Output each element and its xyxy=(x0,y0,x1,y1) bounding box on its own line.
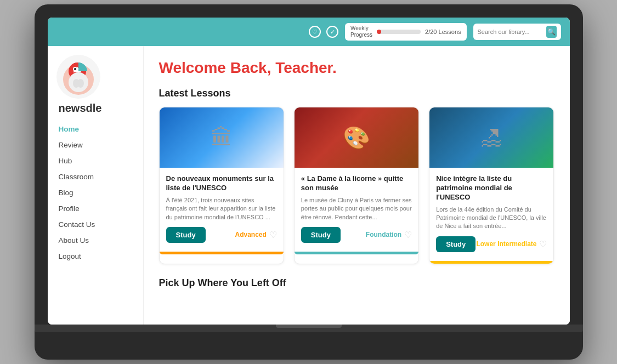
laptop-notch xyxy=(276,325,342,328)
card-title-3: Nice intègre la liste du patrimoine mond… xyxy=(436,174,547,202)
svg-point-4 xyxy=(74,68,76,70)
card-bottom-bar-1 xyxy=(160,252,284,254)
sidebar-item-logout[interactable]: Logout xyxy=(48,248,143,264)
study-button-3[interactable]: Study xyxy=(436,236,476,252)
progress-bar-fill xyxy=(377,30,381,34)
progress-count: 2/20 Lessons xyxy=(425,29,461,35)
card-actions-1: Study Advanced ♡ xyxy=(166,227,277,243)
card-image-3 xyxy=(429,107,553,168)
heart-icon-3[interactable]: ♡ xyxy=(539,239,547,249)
sidebar-item-about-us[interactable]: About Us xyxy=(48,232,143,248)
lesson-card-1: De nouveaux monuments sur la liste de l'… xyxy=(159,107,284,264)
study-button-1[interactable]: Study xyxy=(166,227,206,243)
level-area-3: Lower Intermediate ♡ xyxy=(476,239,547,249)
laptop-screen: ♡ ✓ WeeklyProgress 2/20 Lessons 🔍 xyxy=(48,18,570,325)
sidebar-item-profile[interactable]: Profile xyxy=(48,201,143,217)
cards-grid: De nouveaux monuments sur la liste de l'… xyxy=(159,107,554,264)
card-title-1: De nouveaux monuments sur la liste de l'… xyxy=(166,174,277,193)
sidebar-item-contact-us[interactable]: Contact Us xyxy=(48,217,143,232)
search-box: 🔍 xyxy=(473,24,561,40)
lesson-card-3: Nice intègre la liste du patrimoine mond… xyxy=(429,107,554,264)
card-body-1: De nouveaux monuments sur la liste de l'… xyxy=(160,168,284,252)
study-button-2[interactable]: Study xyxy=(301,227,341,243)
card-excerpt-1: À l'été 2021, trois nouveaux sites franç… xyxy=(166,196,277,221)
pick-up-title: Pick Up Where You Left Off xyxy=(159,277,554,289)
sidebar-item-review[interactable]: Review xyxy=(48,137,143,153)
card-body-3: Nice intègre la liste du patrimoine mond… xyxy=(429,168,553,261)
logo-area: newsdle xyxy=(48,46,143,119)
card-title-2: « La Dame à la licorne » quitte son musé… xyxy=(301,174,412,193)
card-bottom-bar-3 xyxy=(429,261,553,264)
level-area-1: Advanced ♡ xyxy=(235,230,276,240)
search-button[interactable]: 🔍 xyxy=(546,26,556,38)
logo-title: newsdle xyxy=(59,102,102,115)
content-area: Welcome Back, Teacher. Latest Lessons De… xyxy=(144,46,570,325)
lesson-card-2: « La Dame à la licorne » quitte son musé… xyxy=(294,107,419,264)
card-image-2 xyxy=(295,107,418,168)
welcome-heading: Welcome Back, Teacher. xyxy=(159,59,554,77)
card-actions-3: Study Lower Intermediate ♡ xyxy=(436,236,547,252)
check-icon-btn[interactable]: ✓ xyxy=(326,26,338,38)
logo-circle xyxy=(56,55,100,99)
level-label-2: Foundation xyxy=(366,231,401,238)
top-bar: ♡ ✓ WeeklyProgress 2/20 Lessons 🔍 xyxy=(48,18,570,46)
sidebar-item-classroom[interactable]: Classroom xyxy=(48,169,143,185)
card-body-2: « La Dame à la licorne » quitte son musé… xyxy=(295,168,418,252)
main-layout: newsdle Home Review Hub Classroom Blog P… xyxy=(48,46,570,325)
progress-widget: WeeklyProgress 2/20 Lessons xyxy=(345,23,466,41)
heart-icon-btn[interactable]: ♡ xyxy=(309,26,321,38)
search-input[interactable] xyxy=(478,29,544,35)
level-area-2: Foundation ♡ xyxy=(366,230,412,240)
logo-svg xyxy=(56,55,100,99)
weekly-progress-label: WeeklyProgress xyxy=(350,25,372,38)
level-label-1: Advanced xyxy=(235,231,266,238)
sidebar: newsdle Home Review Hub Classroom Blog P… xyxy=(48,46,144,325)
card-actions-2: Study Foundation ♡ xyxy=(301,227,412,243)
sidebar-item-blog[interactable]: Blog xyxy=(48,185,143,201)
heart-icon-2[interactable]: ♡ xyxy=(404,230,412,240)
sidebar-item-hub[interactable]: Hub xyxy=(48,153,143,169)
nav-list: Home Review Hub Classroom Blog Profile C… xyxy=(48,119,143,266)
laptop-base xyxy=(35,325,583,332)
latest-lessons-title: Latest Lessons xyxy=(159,88,554,99)
svg-point-7 xyxy=(77,79,84,88)
card-bottom-bar-2 xyxy=(295,252,418,254)
sidebar-item-home[interactable]: Home xyxy=(48,121,143,137)
progress-bar-container xyxy=(377,30,421,34)
top-bar-icons: ♡ ✓ xyxy=(309,26,338,38)
card-image-1 xyxy=(160,107,284,168)
heart-icon-1[interactable]: ♡ xyxy=(269,230,277,240)
level-label-3: Lower Intermediate xyxy=(476,240,536,248)
welcome-name: Teacher. xyxy=(275,59,337,76)
card-excerpt-2: Le musée de Cluny à Paris va fermer ses … xyxy=(301,196,412,221)
welcome-text: Welcome Back, xyxy=(159,59,276,76)
card-excerpt-3: Lors de la 44e édition du Comité du Patr… xyxy=(436,206,547,231)
laptop-frame: ♡ ✓ WeeklyProgress 2/20 Lessons 🔍 xyxy=(35,4,583,360)
